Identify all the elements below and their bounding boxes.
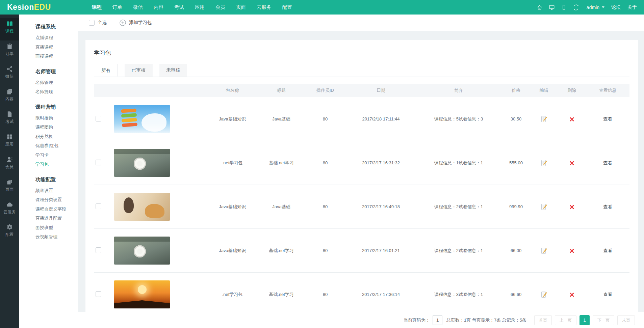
delete-icon[interactable] [569, 292, 574, 297]
edit-icon[interactable] [541, 116, 547, 122]
package-title: 基础.net学习 [259, 160, 303, 166]
page-number-button[interactable]: 1 [579, 315, 590, 325]
rail-item-apps[interactable]: 应用 [0, 131, 19, 154]
sidebar-item-study-card[interactable]: 学习卡 [35, 151, 78, 160]
rail-item-content[interactable]: 内容 [0, 86, 19, 108]
sidebar-item-study-package[interactable]: 学习包 [35, 160, 78, 169]
top-nav-content[interactable]: 内容 [148, 0, 169, 15]
user-menu[interactable]: admin [587, 5, 604, 10]
top-nav-apps[interactable]: 应用 [189, 0, 210, 15]
sidebar-item-offline-course[interactable]: 面授课程 [35, 52, 78, 61]
sidebar-item-teacher-withdraw[interactable]: 名师提现 [35, 87, 78, 97]
header-package-name: 包名称 [205, 87, 259, 93]
sidebar-item-group-buy[interactable]: 课程团购 [35, 122, 78, 132]
sidebar-item-offline-class-type[interactable]: 面授班型 [35, 223, 78, 233]
action-toolbar: 全选 添加学习包 [78, 15, 644, 31]
sidebar-item-vod-course[interactable]: 点播课程 [35, 33, 78, 43]
edit-icon[interactable] [541, 247, 547, 254]
sidebar-item-course-custom-fields[interactable]: 课程自定义字段 [35, 204, 78, 214]
tab-all[interactable]: 所有 [94, 64, 118, 77]
row-checkbox[interactable] [96, 247, 101, 253]
rail-item-wechat[interactable]: 微信 [0, 63, 19, 86]
view-link[interactable]: 查看 [603, 292, 612, 297]
top-nav-settings[interactable]: 配置 [277, 0, 298, 15]
package-title: 基础.net学习 [259, 248, 303, 254]
header-view-info: 查看信息 [585, 87, 630, 93]
rail-item-exams[interactable]: 考试 [0, 108, 19, 131]
package-price: 30.50 [503, 116, 530, 121]
delete-icon[interactable] [569, 117, 574, 122]
table-row: Java基础知识 Java基础 80 2017/2/17 16:49:18 课程… [94, 185, 629, 229]
cloud-icon [6, 201, 13, 208]
package-price: 66.60 [503, 292, 530, 297]
top-nav-wechat[interactable]: 微信 [128, 0, 148, 15]
top-nav-members[interactable]: 会员 [210, 0, 231, 15]
first-page-button[interactable]: 首页 [534, 315, 552, 325]
share-icon [6, 65, 13, 73]
last-page-button[interactable]: 末页 [617, 315, 635, 325]
content-area: 学习包 所有 已审核 未审核 包名称 标题 操作员ID 日期 简介 价格 编辑 [78, 31, 644, 312]
current-page-input[interactable] [433, 315, 442, 325]
view-link[interactable]: 查看 [603, 160, 612, 165]
add-package-button[interactable]: 添加学习包 [120, 20, 152, 26]
tab-unapproved[interactable]: 未审核 [159, 64, 187, 77]
rail-item-pages[interactable]: 页面 [0, 176, 19, 199]
top-nav-cloud[interactable]: 云服务 [251, 0, 277, 15]
sidebar-section-course-marketing: 课程营销 [35, 104, 78, 110]
forum-link[interactable]: 论坛 [611, 4, 621, 10]
about-link[interactable]: 关于 [627, 4, 637, 10]
delete-icon[interactable] [569, 204, 574, 210]
sidebar-section-function-config: 功能配置 [35, 176, 78, 183]
rail-item-courses[interactable]: 课程 [0, 18, 19, 40]
top-nav-pages[interactable]: 页面 [231, 0, 251, 15]
edit-icon[interactable] [541, 160, 547, 166]
header-summary: 简介 [415, 87, 503, 93]
edit-icon[interactable] [541, 203, 547, 210]
sidebar-item-channel-settings[interactable]: 频道设置 [35, 186, 78, 195]
tab-approved[interactable]: 已审核 [125, 64, 153, 77]
delete-icon[interactable] [569, 248, 574, 253]
view-link[interactable]: 查看 [603, 248, 612, 253]
delete-icon[interactable] [569, 161, 574, 166]
table-row: Java基础知识 Java基础 80 2017/2/18 17:11:44 课程… [94, 97, 629, 141]
prev-page-button[interactable]: 上一页 [555, 315, 576, 325]
rail-item-members[interactable]: 会员 [0, 154, 19, 176]
row-checkbox[interactable] [96, 116, 101, 121]
rail-label: 内容 [5, 97, 14, 101]
refresh-icon[interactable] [572, 4, 580, 11]
header-edit: 编辑 [530, 87, 558, 93]
rail-item-settings[interactable]: 配置 [0, 221, 19, 244]
view-link[interactable]: 查看 [603, 204, 612, 209]
sidebar-item-course-category[interactable]: 课程分类设置 [35, 195, 78, 204]
sidebar-item-flash-sale[interactable]: 限时抢购 [35, 113, 78, 123]
row-checkbox[interactable] [96, 160, 101, 165]
rail-item-orders[interactable]: 订单 [0, 40, 19, 63]
rail-label: 课程 [5, 29, 14, 33]
header-delete: 删除 [558, 87, 585, 93]
sidebar-item-live-course[interactable]: 直播课程 [35, 43, 78, 52]
package-date: 2017/2/17 16:49:18 [347, 204, 415, 209]
row-checkbox[interactable] [96, 291, 101, 297]
top-nav-exams[interactable]: 考试 [169, 0, 189, 15]
row-checkbox[interactable] [96, 203, 101, 209]
rail-label: 云服务 [3, 210, 16, 214]
app-logo: KesionEDU [7, 3, 51, 12]
rail-item-cloud[interactable]: 云服务 [0, 199, 19, 221]
edit-icon[interactable] [541, 291, 547, 298]
sidebar-item-points-exchange[interactable]: 积分兑换 [35, 132, 78, 141]
next-page-button[interactable]: 下一页 [593, 315, 614, 325]
top-nav-courses[interactable]: 课程 [86, 0, 107, 15]
operator-id: 80 [303, 292, 347, 297]
home-icon[interactable] [536, 4, 543, 11]
select-all-checkbox[interactable] [89, 20, 95, 26]
sidebar-item-cloud-video-manage[interactable]: 云视频管理 [35, 232, 78, 242]
monitor-icon[interactable] [548, 4, 556, 11]
sidebar-item-live-props-config[interactable]: 直播道具配置 [35, 214, 78, 223]
view-link[interactable]: 查看 [603, 116, 612, 121]
main-area: 全选 添加学习包 学习包 所有 已审核 未审核 包名称 [78, 15, 644, 328]
sidebar-item-teacher-manage[interactable]: 名师管理 [35, 78, 78, 87]
package-summary: 课程信息：1试卷信息：1 [415, 160, 503, 166]
top-nav-orders[interactable]: 订单 [107, 0, 128, 15]
sidebar-item-coupon-redpacket[interactable]: 优惠券|红包 [35, 141, 78, 151]
mobile-icon[interactable] [560, 4, 568, 11]
